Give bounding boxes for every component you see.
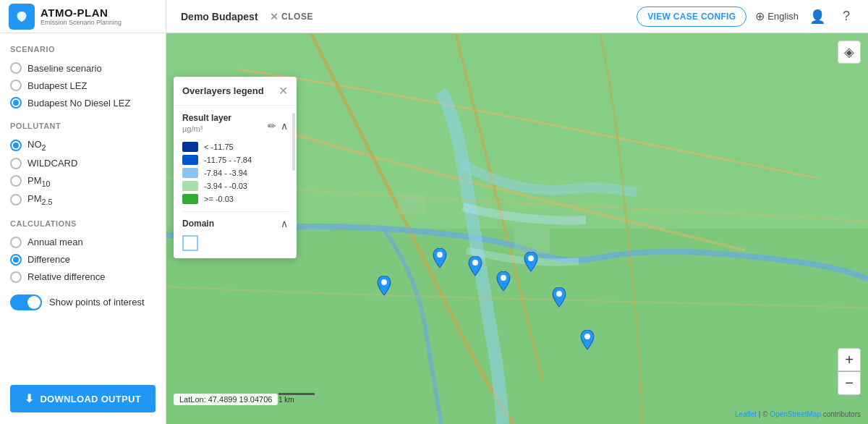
language-selector[interactable]: ⊕ English: [755, 9, 799, 23]
language-label: English: [767, 11, 799, 22]
scale-label: 1 km: [278, 396, 294, 404]
svg-point-6: [472, 260, 478, 266]
scenario-section-label: Scenario: [10, 45, 156, 54]
result-layer-info: Result layer µg/m³: [182, 113, 231, 139]
legend-items: < -11.75 -11.75 - -7.84 -7.84 - -3.94 -3…: [182, 142, 288, 204]
legend-close-button[interactable]: ✕: [278, 84, 288, 98]
pollutant-pm25[interactable]: PM2.5: [10, 190, 156, 209]
domain-section: Domain ∧: [182, 211, 288, 229]
app-header: ATMO-PLAN Emission Scenario Planning Dem…: [0, 0, 868, 33]
overlayers-legend-popup: Overlayers legend ✕ Result layer µg/m³ ✏…: [174, 77, 297, 258]
svg-point-5: [437, 252, 443, 258]
calc-difference[interactable]: Difference: [10, 251, 156, 268]
radio-annual-mean: [10, 237, 22, 248]
radio-wildcard: [10, 158, 22, 169]
app-name: ATMO-PLAN: [41, 7, 122, 19]
pollutant-section-label: Pollutant: [10, 122, 156, 130]
map-marker-3[interactable]: [493, 271, 514, 297]
calc-relative-difference[interactable]: Relative difference: [10, 268, 156, 286]
view-case-config-button[interactable]: VIEW CASE CONFIG: [637, 7, 746, 27]
zoom-in-button[interactable]: +: [838, 348, 861, 371]
pollutant-wildcard-label: WILDCARD: [27, 158, 77, 169]
scale-bar: 1 km: [278, 393, 315, 404]
pm25-subscript: 2.5: [42, 198, 53, 206]
layers-button[interactable]: ◈: [838, 41, 861, 64]
pollutant-wildcard[interactable]: WILDCARD: [10, 155, 156, 172]
pollutant-no2[interactable]: NO2: [10, 136, 156, 155]
translate-icon: ⊕: [755, 9, 765, 23]
svg-point-9: [556, 291, 562, 297]
zoom-out-button[interactable]: −: [838, 372, 861, 395]
svg-point-10: [584, 334, 590, 339]
scenario-budapest-lez[interactable]: Budapest LEZ: [10, 77, 156, 94]
legend-edit-icon[interactable]: ✏: [268, 120, 276, 132]
legend-item-4: >= -0.03: [182, 194, 288, 204]
legend-label-2: -7.84 - -3.94: [204, 169, 247, 177]
map-marker-1[interactable]: [430, 248, 450, 274]
calc-annual-mean-label: Annual mean: [27, 237, 83, 247]
domain-box: [182, 235, 198, 251]
legend-collapse-icon[interactable]: ∧: [281, 120, 288, 132]
poi-toggle-row: Show points of interest: [10, 294, 156, 310]
radio-baseline: [10, 62, 22, 74]
osm-link[interactable]: OpenStreetMap: [770, 410, 821, 418]
legend-color-1: [182, 155, 198, 165]
download-icon: ⬇: [25, 392, 34, 405]
scenario-baseline-label: Baseline scenario: [27, 63, 102, 74]
pollutant-pm10-label: PM10: [27, 175, 51, 188]
sidebar: Scenario Baseline scenario Budapest LEZ …: [0, 33, 166, 424]
logo-area: ATMO-PLAN Emission Scenario Planning: [0, 0, 166, 33]
radio-budapest-lez: [10, 80, 22, 91]
radio-relative-difference: [10, 271, 22, 283]
scenario-budapest-no-diesel[interactable]: Budapest No Diesel LEZ: [10, 94, 156, 111]
map-marker-4[interactable]: [521, 252, 541, 278]
map-marker-5[interactable]: [549, 287, 569, 313]
no2-subscript: 2: [42, 143, 46, 152]
header-right: VIEW CASE CONFIG ⊕ English 👤 ?: [637, 7, 868, 27]
poi-toggle[interactable]: [10, 294, 42, 310]
domain-collapse-icon[interactable]: ∧: [281, 218, 288, 229]
domain-title: Domain: [182, 219, 214, 229]
help-button[interactable]: ?: [836, 7, 856, 27]
map-area[interactable]: Overlayers legend ✕ Result layer µg/m³ ✏…: [166, 33, 868, 424]
app-logo-icon: [9, 4, 35, 30]
radio-pm10: [10, 175, 22, 187]
leaflet-link[interactable]: Leaflet: [735, 410, 757, 418]
legend-item-3: -3.94 - -0.03: [182, 181, 288, 191]
download-label: DOWNLOAD OUTPUT: [40, 394, 141, 404]
calc-annual-mean[interactable]: Annual mean: [10, 234, 156, 251]
legend-header: Overlayers legend ✕: [174, 77, 297, 106]
poi-toggle-label: Show points of interest: [49, 297, 145, 308]
legend-item-2: -7.84 - -3.94: [182, 168, 288, 178]
svg-rect-3: [514, 229, 550, 254]
result-layer-unit: µg/m³: [182, 124, 231, 133]
close-label: CLOSE: [281, 12, 313, 22]
attribution-separator: | ©: [759, 410, 768, 418]
radio-pm25: [10, 194, 22, 205]
calculations-section-label: Calculations: [10, 219, 156, 228]
latlon-display: LatLon: 47.4899 19.04706: [174, 394, 278, 405]
contributors-text: contributors: [823, 410, 861, 418]
legend-title: Overlayers legend: [182, 85, 264, 96]
svg-point-4: [381, 279, 387, 285]
close-button[interactable]: ✕ CLOSE: [270, 11, 313, 22]
logo-text: ATMO-PLAN Emission Scenario Planning: [41, 7, 122, 26]
map-marker-2[interactable]: [465, 256, 485, 282]
download-output-button[interactable]: ⬇ DOWNLOAD OUTPUT: [10, 385, 156, 412]
legend-color-4: [182, 194, 198, 204]
legend-scrollbar[interactable]: [292, 113, 295, 171]
legend-color-3: [182, 181, 198, 191]
legend-label-3: -3.94 - -0.03: [204, 182, 247, 190]
legend-item-0: < -11.75: [182, 142, 288, 152]
app-subtitle: Emission Scenario Planning: [41, 19, 122, 26]
scenario-baseline[interactable]: Baseline scenario: [10, 59, 156, 77]
legend-label-1: -11.75 - -7.84: [204, 156, 252, 164]
legend-color-0: [182, 142, 198, 152]
map-zoom-controls: + −: [838, 348, 861, 395]
map-marker-0[interactable]: [374, 276, 394, 302]
pollutant-pm10[interactable]: PM10: [10, 172, 156, 191]
pollutant-pm25-label: PM2.5: [27, 193, 53, 206]
account-button[interactable]: 👤: [807, 7, 827, 27]
map-marker-6[interactable]: [577, 330, 597, 356]
pm10-subscript: 10: [42, 179, 51, 187]
